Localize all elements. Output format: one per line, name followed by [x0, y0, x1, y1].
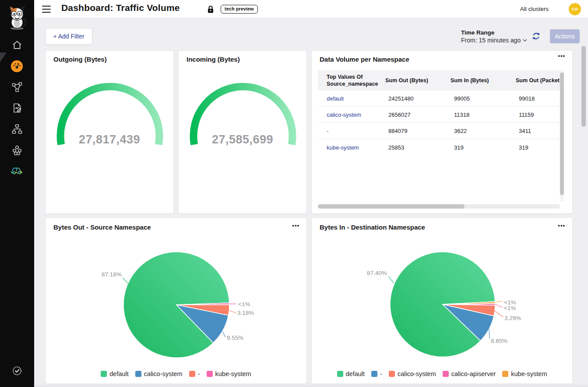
legend-label: default	[109, 370, 129, 377]
bytes-out-pie-chart	[46, 234, 307, 366]
legend-label: kube-system	[511, 370, 547, 377]
leader-line	[222, 331, 225, 337]
home-icon[interactable]	[12, 40, 22, 50]
pie-label-default: 87.18%	[102, 271, 122, 278]
table-vertical-scrollbar[interactable]	[560, 73, 564, 195]
page-scrollbar[interactable]	[581, 46, 586, 127]
panel-data-volume-table: Data Volume per Namespace ••• Top Values…	[311, 50, 573, 214]
panel-title: Incoming (Bytes)	[187, 56, 240, 63]
compliance-badge-icon[interactable]	[12, 366, 22, 376]
traffic-car-icon[interactable]	[11, 165, 23, 175]
panel-menu-icon[interactable]: •••	[292, 222, 299, 229]
sum-in-value: 319	[454, 144, 464, 150]
legend-swatch-pink	[207, 371, 213, 377]
column-header-namespace: Top Values Of Source_namespace	[327, 73, 384, 88]
panel-title: Bytes In - Destination Namespace	[320, 223, 425, 231]
cluster-selector[interactable]: All clusters	[520, 6, 549, 12]
sum-out-value: 25853	[388, 144, 404, 150]
panel-bytes-out-pie: Bytes Out - Source Namespace ••• 87.18% …	[45, 217, 307, 384]
namespace-link[interactable]: default	[327, 95, 344, 102]
panel-outgoing-bytes: Outgoing (Bytes) 27,817,439	[45, 50, 174, 214]
refresh-icon[interactable]	[532, 32, 540, 40]
legend-swatch-green	[101, 371, 107, 377]
lock-icon	[207, 5, 214, 14]
table-row: - 884079 3622 3411	[318, 123, 560, 139]
flow-logs-icon[interactable]	[12, 103, 22, 113]
table-horizontal-scrollbar[interactable]	[318, 204, 465, 209]
time-range-label: Time Range	[461, 29, 527, 36]
namespace-link[interactable]: -	[327, 128, 328, 134]
actions-button[interactable]: Actions	[550, 29, 580, 43]
sidebar-fold-decoration	[0, 52, 7, 62]
pie-label-calico-apiserver: <1%	[504, 305, 516, 311]
sum-out-value: 884079	[388, 128, 407, 134]
legend-item-calico-system[interactable]: calico-system	[389, 370, 436, 377]
legend-label: calico-system	[144, 370, 183, 377]
bytes-in-pie-chart	[312, 234, 573, 366]
sum-out-packets-value: 319	[519, 144, 528, 150]
leader-line	[489, 329, 489, 338]
legend-label: kube-system	[215, 370, 251, 377]
legend-label: -	[380, 370, 382, 377]
hamburger-menu-icon[interactable]	[42, 5, 52, 14]
sum-out-value: 24251480	[388, 95, 414, 102]
page-horizontal-scrollbar-track	[34, 385, 588, 387]
time-range-value: From: 15 minutes ago	[461, 37, 521, 44]
service-graph-icon[interactable]	[12, 82, 22, 92]
page-title: Dashboard: Traffic Volume	[61, 3, 180, 13]
dashboard-icon-active[interactable]	[11, 60, 23, 72]
incoming-value: 27,585,699	[179, 133, 306, 146]
leader-line	[495, 304, 503, 307]
legend-swatch-green	[337, 371, 343, 377]
calico-cat-logo[interactable]	[6, 3, 28, 31]
pie-label-dash: 3.18%	[237, 310, 254, 316]
pie-label-calico-system: 9.55%	[227, 335, 243, 341]
namespace-link[interactable]: kube-system	[327, 144, 359, 150]
outgoing-gauge	[46, 51, 174, 214]
chevron-down-icon	[523, 39, 527, 42]
pie-label-default: 87.40%	[367, 270, 387, 276]
pie-label-kube-system: <1%	[238, 301, 250, 307]
panel-title: Data Volume per Namespace	[320, 56, 409, 63]
namespace-link[interactable]: calico-system	[327, 112, 361, 118]
table-header-row: Top Values Of Source_namespace Sum Out (…	[318, 70, 560, 91]
leader-line	[495, 301, 503, 302]
sum-in-value: 3622	[454, 128, 467, 134]
legend-item-default[interactable]: default	[101, 370, 129, 377]
outgoing-value: 27,817,439	[46, 133, 173, 146]
sum-out-value: 2656027	[388, 112, 411, 118]
legend-item-default[interactable]: default	[337, 370, 365, 377]
time-range-dropdown[interactable]: From: 15 minutes ago	[461, 37, 527, 44]
pie-label-dash: 8.65%	[491, 338, 507, 344]
workloads-icon[interactable]	[12, 145, 22, 155]
pie-label-calico-system: 3.29%	[504, 315, 521, 321]
legend-item-calico-apiserver[interactable]: calico-apiserver	[443, 370, 496, 377]
legend-item-kube-system[interactable]: kube-system	[207, 370, 251, 377]
legend-swatch-orange	[502, 371, 508, 377]
legend-label: default	[346, 370, 365, 377]
panel-bytes-in-pie: Bytes In - Destination Namespace ••• 87.…	[311, 217, 573, 384]
pie-legend: default calico-system - kube-system	[46, 370, 306, 377]
legend-swatch-salmon	[189, 371, 195, 377]
panel-title: Bytes Out - Source Namespace	[53, 223, 151, 231]
avatar[interactable]: CH	[569, 3, 581, 15]
legend-item-dash[interactable]: -	[189, 370, 200, 377]
legend-label: -	[198, 370, 200, 377]
table-row: kube-system 25853 319 319	[318, 139, 560, 155]
incoming-gauge	[179, 51, 307, 214]
leader-line	[388, 276, 394, 283]
column-header-sum-in: Sum In (Bytes)	[451, 77, 489, 84]
time-range: Time Range From: 15 minutes ago	[461, 29, 527, 44]
sum-in-value: 99005	[454, 95, 470, 102]
legend-swatch-pink	[443, 371, 449, 377]
sum-in-value: 11318	[454, 112, 469, 118]
legend-item-calico-system[interactable]: calico-system	[135, 370, 183, 377]
panel-menu-icon[interactable]: •••	[558, 222, 565, 229]
panel-menu-icon[interactable]: •••	[558, 52, 565, 59]
panel-title: Outgoing (Bytes)	[53, 56, 107, 63]
legend-swatch-blue	[135, 371, 141, 377]
add-filter-button[interactable]: + Add Filter	[45, 28, 92, 45]
legend-item-kube-system[interactable]: kube-system	[502, 370, 547, 377]
network-tree-icon[interactable]	[12, 124, 22, 134]
legend-item-dash[interactable]: -	[371, 370, 382, 377]
